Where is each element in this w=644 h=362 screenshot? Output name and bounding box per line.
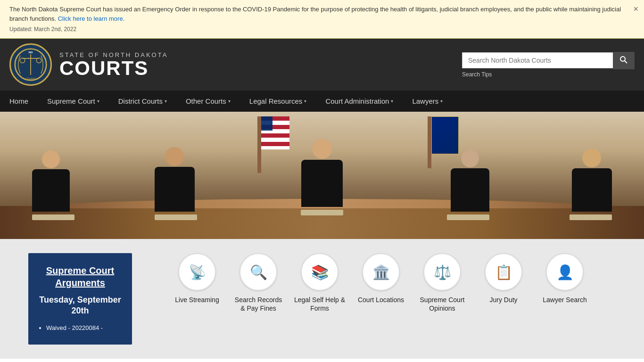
alert-updated: Updated: March 2nd, 2022 bbox=[9, 25, 625, 33]
sc-card-item: Waived - 20220084 - bbox=[46, 324, 123, 331]
quick-link-icon-4: ⚖️ bbox=[423, 253, 461, 291]
chevron-icon: ▾ bbox=[391, 99, 393, 104]
nav-item-supreme-court[interactable]: Supreme Court▾ bbox=[38, 90, 109, 112]
svg-text:COURTS: COURTS bbox=[25, 77, 36, 80]
nav-item-other-courts[interactable]: Other Courts▾ bbox=[176, 90, 240, 112]
alert-close-button[interactable]: × bbox=[633, 5, 638, 13]
main-nav: HomeSupreme Court▾District Courts▾Other … bbox=[0, 90, 644, 112]
quick-link-icon-6: 👤 bbox=[546, 253, 584, 291]
chevron-icon: ▾ bbox=[304, 99, 306, 104]
search-input[interactable] bbox=[462, 52, 613, 68]
search-area: Search Tips bbox=[462, 52, 635, 78]
quick-link-6[interactable]: 👤Lawyer Search bbox=[539, 253, 591, 304]
quick-link-2[interactable]: 📚Legal Self Help & Forms bbox=[294, 253, 346, 313]
quick-link-4[interactable]: ⚖️Supreme Court Opinions bbox=[416, 253, 468, 313]
search-button[interactable] bbox=[613, 52, 635, 69]
quick-links-area: 📡Live Streaming🔍Search Records & Pay Fin… bbox=[146, 253, 616, 313]
chevron-icon: ▾ bbox=[165, 99, 167, 104]
quick-link-label-1: Search Records & Pay Fines bbox=[232, 296, 284, 313]
quick-link-icon-3: 🏛️ bbox=[362, 253, 400, 291]
quick-link-label-3: Court Locations bbox=[358, 296, 404, 304]
sc-card-title[interactable]: Supreme Court Arguments bbox=[38, 264, 123, 289]
quick-link-label-4: Supreme Court Opinions bbox=[416, 296, 468, 313]
hero-section bbox=[0, 112, 644, 239]
alert-link[interactable]: Click here to learn more. bbox=[58, 15, 125, 22]
quick-link-label-0: Live Streaming bbox=[175, 296, 219, 304]
nav-item-legal-resources[interactable]: Legal Resources▾ bbox=[240, 90, 316, 112]
nav-item-lawyers[interactable]: Lawyers▾ bbox=[403, 90, 452, 112]
nav-item-home[interactable]: Home bbox=[0, 90, 38, 112]
chevron-icon: ▾ bbox=[440, 99, 443, 104]
nav-item-court-administration[interactable]: Court Administration▾ bbox=[316, 90, 403, 112]
quick-link-5[interactable]: 📋Jury Duty bbox=[478, 253, 529, 304]
quick-link-icon-0: 📡 bbox=[178, 253, 216, 291]
quick-link-icon-5: 📋 bbox=[485, 253, 522, 291]
quick-link-0[interactable]: 📡Live Streaming bbox=[171, 253, 223, 304]
courts-name: COURTS bbox=[59, 58, 168, 78]
nav-item-district-courts[interactable]: District Courts▾ bbox=[109, 90, 176, 112]
quick-link-label-5: Jury Duty bbox=[489, 296, 517, 304]
alert-banner: The North Dakota Supreme Court has issue… bbox=[0, 0, 644, 39]
search-tips-link[interactable]: Search Tips bbox=[462, 71, 492, 78]
quick-link-1[interactable]: 🔍Search Records & Pay Fines bbox=[232, 253, 284, 313]
quick-link-label-2: Legal Self Help & Forms bbox=[294, 296, 346, 313]
content-area: Supreme Court Arguments Tuesday, Septemb… bbox=[0, 239, 644, 359]
quick-link-3[interactable]: 🏛️Court Locations bbox=[355, 253, 407, 304]
chevron-icon: ▾ bbox=[228, 99, 231, 104]
chevron-icon: ▾ bbox=[97, 99, 99, 104]
svg-line-8 bbox=[625, 61, 627, 63]
hero-overlay bbox=[0, 112, 644, 239]
logo-area: COURTS ND STATE OF NORTH DAKOTA COURTS bbox=[9, 43, 168, 86]
search-box-row bbox=[462, 52, 635, 69]
sc-arguments-card: Supreme Court Arguments Tuesday, Septemb… bbox=[28, 253, 132, 345]
sc-card-date: Tuesday, September 20th bbox=[38, 295, 123, 317]
site-header: COURTS ND STATE OF NORTH DAKOTA COURTS bbox=[0, 39, 644, 90]
quick-link-icon-1: 🔍 bbox=[239, 253, 277, 291]
svg-text:ND: ND bbox=[29, 50, 33, 54]
quick-link-label-6: Lawyer Search bbox=[543, 296, 586, 304]
svg-point-7 bbox=[620, 57, 625, 61]
site-title: STATE OF NORTH DAKOTA COURTS bbox=[59, 51, 168, 78]
quick-link-icon-2: 📚 bbox=[301, 253, 339, 291]
site-logo: COURTS ND bbox=[9, 43, 52, 86]
